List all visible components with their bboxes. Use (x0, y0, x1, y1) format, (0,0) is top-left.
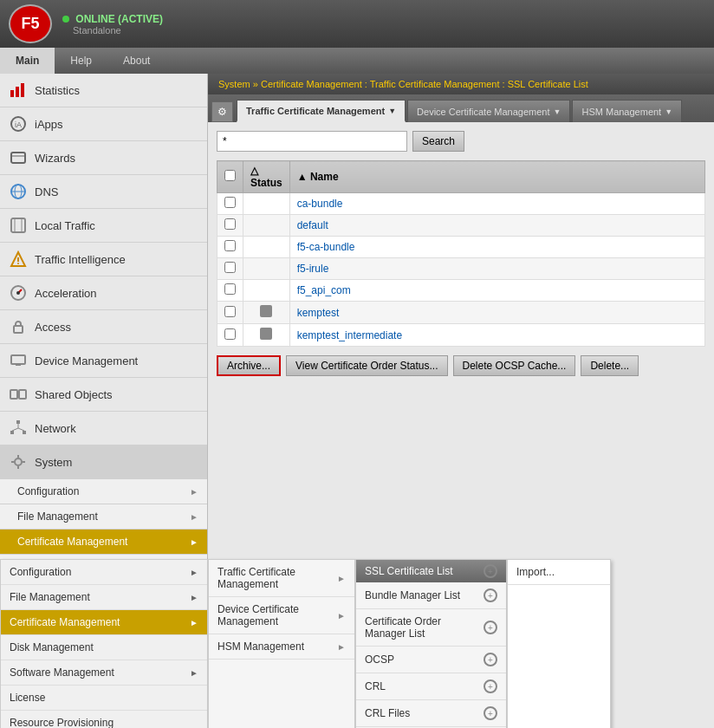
select-all-checkbox[interactable] (224, 170, 236, 181)
hsm-item[interactable]: HSM Management ► (209, 634, 354, 660)
sidebar-item-system[interactable]: System (0, 445, 207, 479)
iapps-icon: iA (9, 114, 28, 133)
row-check (217, 258, 243, 280)
row-name: f5_api_com (289, 280, 704, 302)
submenu-configuration[interactable]: Configuration ► (0, 479, 207, 504)
cert-link[interactable]: f5-irule (297, 263, 329, 275)
table-row: kemptest (217, 302, 705, 324)
status-text: ONLINE (ACTIVE) (75, 13, 163, 25)
submenu-certificate-management[interactable]: Certificate Management ► (0, 530, 207, 555)
row-status (243, 193, 290, 215)
row-status (243, 237, 290, 258)
sidebar-item-device-management[interactable]: Device Management (0, 344, 207, 378)
sidebar-label-local-traffic: Local Traffic (35, 219, 95, 232)
sub-tab-hsm-arrow: ▼ (665, 107, 672, 116)
cert-link[interactable]: f5-ca-bundle (297, 241, 355, 253)
row-check (217, 324, 243, 347)
local-traffic-icon (9, 216, 28, 235)
submenu-file-management[interactable]: File Management ► (0, 504, 207, 530)
cert-link[interactable]: f5_api_com (297, 284, 351, 296)
archive-button[interactable]: Archive... (217, 355, 281, 376)
sidebar-label-network: Network (35, 422, 76, 435)
ssl-cert-dropdown: SSL Certificate List + Bundle Manager Li… (355, 559, 507, 728)
sidebar-label-iapps: iApps (35, 118, 63, 131)
ssl-menu-crl-files[interactable]: CRL Files + (356, 700, 506, 727)
row-name: f5-irule (289, 258, 704, 280)
gear-button[interactable]: ⚙ (211, 101, 233, 122)
action-buttons: Archive... View Certificate Order Status… (217, 355, 705, 376)
cert-link[interactable]: kemptest_intermediate (297, 329, 402, 341)
ssl-menu-header-label: SSL Certificate List (365, 565, 453, 577)
sidebar-item-wizards[interactable]: Wizards (0, 141, 207, 175)
traffic-cert-item[interactable]: Traffic Certificate Management ► (209, 560, 354, 597)
ssl-menu-header: SSL Certificate List + (356, 560, 506, 582)
sidebar-label-system: System (35, 456, 72, 469)
breadcrumb-system: System (218, 79, 250, 89)
row-checkbox[interactable] (224, 262, 236, 273)
col-name: ▲ Name (289, 161, 704, 193)
sub-tab-hsm[interactable]: HSM Management ▼ (572, 100, 682, 122)
device-management-icon (9, 351, 28, 370)
dns-icon (9, 182, 28, 201)
ssl-menu-ocsp[interactable]: OCSP + (356, 647, 506, 673)
system-icon (9, 452, 28, 471)
sub-tab-device-cert[interactable]: Device Certificate Management ▼ (407, 100, 570, 122)
row-status (243, 302, 290, 324)
device-cert-item-arrow: ► (337, 611, 346, 621)
tab-about[interactable]: About (107, 48, 166, 74)
row-checkbox[interactable] (224, 328, 236, 340)
ssl-menu-bundle-manager[interactable]: Bundle Manager List + (356, 582, 506, 609)
sidebar-item-shared-objects[interactable]: Shared Objects (0, 378, 207, 412)
status-block: ONLINE (ACTIVE) Standalone (62, 13, 163, 36)
search-input[interactable] (217, 131, 407, 152)
svg-rect-18 (14, 326, 23, 333)
access-icon (9, 317, 28, 336)
breadcrumb: System » Certificate Management : Traffi… (208, 74, 714, 94)
sidebar-item-dns[interactable]: DNS (0, 175, 207, 209)
view-cert-order-button[interactable]: View Certificate Order Status... (286, 355, 448, 376)
svg-rect-21 (10, 390, 17, 399)
delete-button[interactable]: Delete... (581, 355, 639, 376)
ssl-menu-bundle-manager-label: Bundle Manager List (365, 589, 460, 601)
tab-help[interactable]: Help (55, 48, 107, 74)
cert-link[interactable]: kemptest (297, 307, 340, 319)
sub-tab-hsm-label: HSM Management (581, 107, 661, 117)
row-checkbox[interactable] (224, 197, 236, 208)
acceleration-icon (9, 283, 28, 302)
mode-text: Standalone (62, 25, 163, 36)
row-checkbox[interactable] (224, 306, 236, 317)
sidebar-item-network[interactable]: Network (0, 412, 207, 445)
dropdown-overlay: Configuration ► File Management ► Certif… (208, 559, 611, 728)
tab-main[interactable]: Main (0, 48, 55, 74)
cert-table-body: ca-bundle default f5-ca-bundle (217, 193, 705, 347)
ssl-menu-crl-label: CRL (365, 680, 386, 692)
cert-link[interactable]: ca-bundle (297, 198, 343, 210)
sidebar-item-iapps[interactable]: iA iApps (0, 107, 207, 141)
row-checkbox[interactable] (224, 283, 236, 295)
search-button[interactable]: Search (412, 131, 464, 152)
svg-rect-1 (16, 87, 19, 97)
search-bar: Search (217, 131, 705, 152)
sub-tab-traffic-cert[interactable]: Traffic Certificate Management ▼ (237, 100, 406, 122)
crl-files-plus-icon: + (484, 706, 497, 720)
sidebar-label-wizards: Wizards (35, 152, 75, 165)
cert-order-plus-icon: + (484, 621, 497, 634)
row-checkbox[interactable] (224, 240, 236, 251)
status-gray-icon (260, 328, 272, 340)
sidebar-item-statistics[interactable]: Statistics (0, 74, 207, 107)
device-cert-item[interactable]: Device Certificate Management ► (209, 597, 354, 634)
ssl-menu-crl[interactable]: CRL + (356, 673, 506, 700)
table-row: ca-bundle (217, 193, 705, 215)
sidebar-item-traffic-intelligence[interactable]: Traffic Intelligence (0, 243, 207, 276)
table-row: default (217, 215, 705, 237)
row-checkbox[interactable] (224, 218, 236, 230)
ssl-menu-ocsp-label: OCSP (365, 653, 394, 666)
sidebar-item-access[interactable]: Access (0, 310, 207, 344)
status-online: ONLINE (ACTIVE) (62, 13, 163, 25)
import-item[interactable]: Import... (508, 560, 610, 585)
sidebar-item-acceleration[interactable]: Acceleration (0, 276, 207, 310)
sidebar-item-local-traffic[interactable]: Local Traffic (0, 209, 207, 243)
ssl-menu-cert-order[interactable]: Certificate Order Manager List + (356, 609, 506, 647)
cert-link[interactable]: default (297, 219, 328, 231)
delete-ocsp-cache-button[interactable]: Delete OCSP Cache... (453, 355, 576, 376)
